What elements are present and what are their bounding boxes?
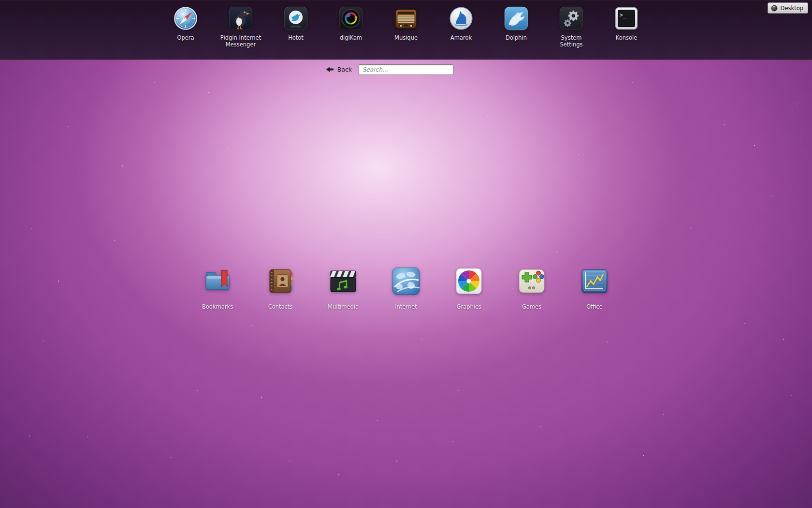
pidgin-icon	[228, 6, 253, 31]
svg-text:>_: >_	[620, 12, 627, 18]
musique-icon	[393, 6, 419, 31]
dolphin-icon	[504, 6, 529, 31]
category-label: Contacts	[268, 303, 293, 310]
hotot-icon	[283, 6, 308, 31]
category-internet[interactable]: Internet	[375, 266, 437, 310]
office-chart-icon	[579, 266, 610, 297]
app-label: System Settings	[550, 35, 593, 48]
app-label: digiKam	[340, 35, 362, 42]
opera-icon	[173, 6, 198, 31]
desktop-button[interactable]: Desktop	[768, 2, 808, 14]
multimedia-clapperboard-icon	[328, 266, 359, 297]
desktop-button-label: Desktop	[781, 5, 803, 12]
contacts-book-icon	[265, 266, 296, 297]
favorite-app-pidgin[interactable]: Pidgin Internet Messenger	[213, 0, 268, 59]
back-button-label: Back	[337, 66, 352, 73]
favorite-app-system-settings[interactable]: System Settings	[544, 0, 599, 59]
favorite-app-musique[interactable]: Musique	[378, 0, 434, 59]
category-games[interactable]: Games	[500, 266, 563, 310]
category-label: Graphics	[457, 303, 481, 310]
search-input[interactable]	[359, 64, 453, 75]
favorite-app-konsole[interactable]: >_ Konsole	[599, 0, 654, 59]
desktop-icon	[771, 5, 778, 12]
app-label: Pidgin Internet Messenger	[219, 35, 262, 48]
category-label: Games	[522, 303, 541, 310]
app-label: Amarok	[450, 35, 472, 42]
category-label: Multimedia	[328, 303, 359, 310]
favorite-app-amarok[interactable]: Amarok	[434, 0, 489, 59]
internet-globe-icon	[391, 266, 421, 297]
system-settings-icon	[559, 6, 584, 31]
graphics-pinwheel-icon	[453, 266, 484, 297]
app-label: Musique	[394, 35, 418, 42]
app-label: Hotot	[288, 35, 304, 42]
back-button[interactable]: Back	[326, 66, 352, 73]
bookmarks-folder-icon	[202, 266, 233, 297]
app-label: Opera	[177, 35, 194, 42]
category-grid: Bookmarks	[0, 266, 812, 310]
category-label: Office	[586, 303, 603, 310]
application-launcher-screen: { "desktop_button": { "label": "Desktop"…	[0, 0, 812, 508]
navigation-row: Back	[0, 64, 812, 76]
favorite-app-dolphin[interactable]: Dolphin	[489, 0, 544, 59]
app-label: Konsole	[616, 35, 638, 42]
category-graphics[interactable]: Graphics	[437, 266, 500, 310]
app-label: Dolphin	[506, 35, 527, 42]
games-gamepad-icon	[516, 266, 547, 297]
digikam-icon	[338, 6, 363, 31]
favorite-app-digikam[interactable]: digiKam	[323, 0, 378, 59]
category-contacts[interactable]: Contacts	[249, 266, 312, 310]
favorites-bar: Opera Pidgin Internet Mess	[0, 0, 812, 60]
category-bookmarks[interactable]: Bookmarks	[186, 266, 249, 310]
favorite-app-hotot[interactable]: Hotot	[268, 0, 323, 59]
konsole-icon: >_	[614, 6, 639, 31]
favorite-app-opera[interactable]: Opera	[158, 0, 213, 59]
category-label: Internet	[395, 303, 417, 310]
category-label: Bookmarks	[202, 303, 233, 310]
wallpaper-vignette	[0, 0, 812, 508]
category-office[interactable]: Office	[563, 266, 626, 310]
amarok-icon	[449, 6, 474, 31]
back-arrow-icon	[326, 66, 334, 73]
category-multimedia[interactable]: Multimedia	[312, 266, 375, 310]
